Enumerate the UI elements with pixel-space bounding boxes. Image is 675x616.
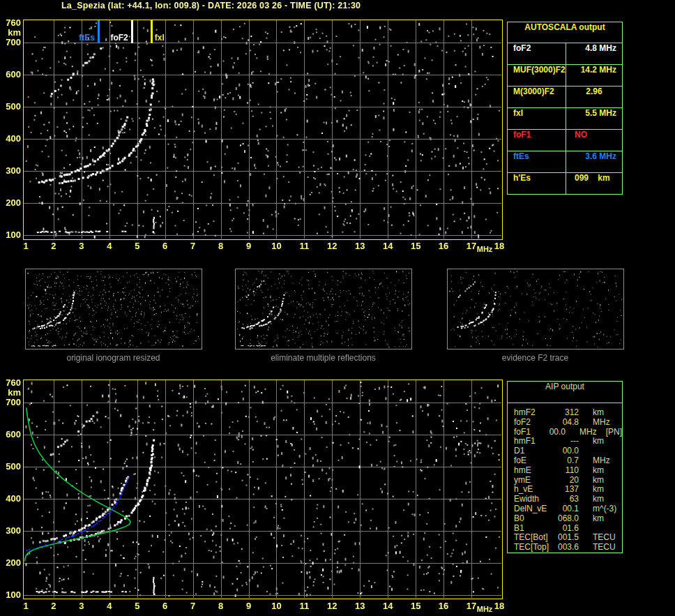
aip-param-value: 110 [553,465,579,475]
aip-row-B0: B0068.0km [514,513,622,523]
autoscala-param-name: ftEs [508,151,566,172]
aip-param-name: Ewidth [514,494,553,504]
aip-param-name: hmE [514,465,553,475]
aip-param-name: DelN_vE [514,504,553,513]
autoscala-row-fxI: fxI5.5 MHz [508,108,622,130]
aip-param-value: 001.5 [553,532,579,542]
aip-param-unit: km [579,436,604,446]
aip-table-title: AIP output [508,382,622,403]
aip-row-hvE: h_vE137km [514,484,622,494]
aip-param-name: foF2 [514,417,553,427]
aip-param-value: 20 [553,475,579,485]
aip-param-value: 00.0 [553,446,579,456]
autoscala-param-name: h'Es [508,173,566,194]
aip-param-name: hmF1 [514,436,553,446]
aip-param-unit: km [579,513,604,523]
aip-param-value: 00.0 [545,427,566,437]
autoscala-screen: { "title": "La_Spezia (lat: +44.1, lon: … [0,0,675,616]
aip-param-value: 068.0 [553,513,579,523]
aip-param-name: TEC[Bot] [514,532,553,542]
aip-row-TECBot: TEC[Bot]001.5TECU [514,532,622,542]
autoscala-param-value: 14.2 MHz [566,65,622,86]
autoscala-param-name: fxI [508,108,566,129]
autoscala-param-value: NO [566,130,622,151]
page-title: La_Spezia (lat: +44.1, lon: 009.8) - DAT… [61,1,361,10]
panel-caption-evidence-f2-trace: evidence F2 trace [447,353,623,363]
autoscala-param-name: M(3000)F2 [508,87,566,107]
aip-param-name: TEC[Top] [514,542,553,552]
autoscala-param-value: 5.5 MHz [566,108,622,129]
aip-param-value: 00.1 [553,504,579,513]
aip-param-name: B0 [514,513,553,523]
aip-param-unit: km [579,475,604,485]
aip-param-name: D1 [514,446,553,456]
aip-row-hmE: hmE110km [514,465,622,475]
autoscala-row-ftEs: ftEs3.6 MHz [508,151,622,173]
aip-param-unit [579,523,593,533]
autoscala-param-value: 4.8 MHz [566,43,622,64]
aip-param-name: hmF2 [514,407,553,417]
aip-param-unit: km [579,465,604,475]
aip-param-unit [579,446,593,456]
autoscala-table-rows: foF24.8 MHzMUF(3000)F214.2 MHzM(3000)F22… [508,43,622,194]
aip-row-B1: B101.6 [514,523,622,533]
aip-param-value: 63 [553,494,579,504]
aip-param-unit: km [579,484,604,494]
aip-row-DelNvE: DelN_vE00.1m^(-3) [514,504,622,513]
autoscala-row-foF2: foF24.8 MHz [508,43,622,65]
panel-caption-original-ionogram: original ionogram resized [25,353,202,363]
aip-row-Ewidth: Ewidth63km [514,494,622,504]
autoscala-param-value: 2.96 [566,87,622,107]
aip-param-unit: km [579,407,604,417]
autoscala-row-MUF3000F2: MUF(3000)F214.2 MHz [508,65,622,87]
panel-caption-eliminate-reflections: eliminate multiple reflections [235,353,411,363]
autoscala-param-name: foF2 [508,43,566,64]
aip-param-unit: m^(-3) [579,504,616,513]
aip-param-name: ymE [514,475,553,485]
aip-param-unit: MHz [579,417,610,427]
aip-param-unit: TECU [579,532,616,542]
aip-param-unit: TECU [579,542,616,552]
aip-param-value: 312 [553,407,579,417]
aip-row-foE: foE0.7MHz [514,456,622,465]
autoscala-param-name: foF1 [508,130,566,151]
aip-param-value: 04.8 [553,417,579,427]
aip-param-value: 0.7 [553,456,579,465]
autoscala-output-table: AUTOSCALA output foF24.8 MHzMUF(3000)F21… [507,22,623,195]
aip-param-value: 01.6 [553,523,579,533]
aip-param-unit: km [579,494,604,504]
aip-row-foF1: foF100.0MHz[PN] [514,427,622,437]
aip-param-name: foE [514,456,553,465]
aip-param-unit: MHz [566,427,597,437]
aip-row-D1: D100.0 [514,446,622,456]
autoscala-row-hEs: h'Es099 km [508,173,622,194]
aip-param-value: 137 [553,484,579,494]
aip-param-flag: [PN] [597,427,622,437]
aip-table-rows: hmF2312kmfoF204.8MHzfoF100.0MHz[PN]hmF1-… [508,403,622,552]
aip-row-hmF1: hmF1---km [514,436,622,446]
autoscala-param-name: MUF(3000)F2 [508,65,566,86]
aip-row-hmF2: hmF2312km [514,407,622,417]
autoscala-param-value: 099 km [566,173,622,194]
aip-param-name: h_vE [514,484,553,494]
aip-param-value: --- [553,436,579,446]
aip-param-unit: MHz [579,456,610,465]
autoscala-row-foF1: foF1NO [508,130,622,151]
autoscala-table-title: AUTOSCALA output [508,22,622,43]
autoscala-param-value: 3.6 MHz [566,151,622,172]
aip-row-ymE: ymE20km [514,475,622,485]
aip-param-name: foF1 [514,427,545,437]
aip-param-value: 003.6 [553,542,579,552]
aip-param-name: B1 [514,523,553,533]
aip-output-table: AIP output hmF2312kmfoF204.8MHzfoF100.0M… [507,381,623,553]
aip-row-TECTop: TEC[Top]003.6TECU [514,542,622,552]
aip-row-foF2: foF204.8MHz [514,417,622,427]
autoscala-row-M3000F2: M(3000)F22.96 [508,87,622,108]
